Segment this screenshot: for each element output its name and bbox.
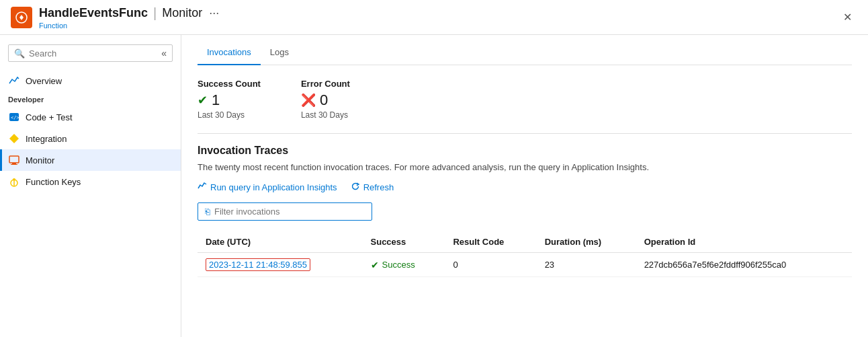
function-keys-icon	[8, 176, 20, 188]
sidebar-item-integration[interactable]: Integration	[0, 128, 181, 149]
run-query-link[interactable]: Run query in Application Insights	[198, 182, 337, 193]
code-test-icon: </>	[8, 111, 20, 123]
col-duration: Duration (ms)	[537, 231, 636, 253]
col-date: Date (UTC)	[198, 231, 363, 253]
error-count-label: Error Count	[301, 79, 350, 89]
sidebar-item-function-keys[interactable]: Function Keys	[0, 171, 181, 192]
collapse-button[interactable]: «	[161, 48, 167, 59]
success-text: Success	[382, 260, 415, 270]
sidebar-item-function-keys-label: Function Keys	[26, 177, 81, 187]
refresh-label: Refresh	[363, 182, 394, 192]
tab-logs[interactable]: Logs	[261, 40, 298, 65]
error-count-sub: Last 30 Days	[301, 110, 350, 120]
monitor-icon	[8, 154, 20, 166]
header-separator: |	[153, 5, 157, 21]
col-success: Success	[363, 231, 445, 253]
overview-icon	[8, 75, 20, 87]
col-result-code: Result Code	[445, 231, 536, 253]
refresh-link[interactable]: Refresh	[351, 182, 394, 193]
search-box[interactable]: 🔍 «	[8, 44, 173, 62]
main-content: Invocations Logs Success Count ✔ 1 Last …	[181, 35, 868, 337]
invocation-traces-desc: The twenty most recent function invocati…	[198, 162, 852, 172]
svg-marker-4	[9, 134, 19, 143]
invocation-traces-title: Invocation Traces	[198, 145, 852, 157]
app-name: HandleEventsFunc	[39, 6, 148, 20]
tabs-bar: Invocations Logs	[198, 35, 852, 65]
stats-divider	[198, 133, 852, 134]
resource-type-label: Function	[39, 22, 219, 30]
svg-rect-5	[9, 156, 19, 163]
run-query-icon	[198, 182, 207, 193]
success-count-number: 1	[212, 91, 220, 109]
cell-result-code: 0	[445, 253, 536, 277]
filter-input[interactable]	[214, 207, 365, 217]
page-title: Monitor	[162, 6, 202, 20]
sidebar: 🔍 « Overview Developer </> Code + Test I…	[0, 35, 181, 337]
stats-row: Success Count ✔ 1 Last 30 Days Error Cou…	[198, 79, 852, 120]
cell-success: ✔Success	[363, 253, 445, 277]
date-link[interactable]: 2023-12-11 21:48:59.855	[206, 258, 310, 271]
success-icon: ✔	[371, 260, 379, 270]
more-options-button[interactable]: ···	[209, 6, 219, 20]
sidebar-item-monitor-label: Monitor	[26, 155, 54, 165]
error-count-block: Error Count ❌ 0 Last 30 Days	[301, 79, 350, 120]
sidebar-item-overview-label: Overview	[26, 76, 62, 86]
svg-point-9	[13, 178, 15, 181]
sidebar-item-monitor[interactable]: Monitor	[0, 149, 181, 171]
sidebar-item-code-test-label: Code + Test	[26, 112, 73, 122]
error-count-value: ❌ 0	[301, 91, 350, 109]
success-count-block: Success Count ✔ 1 Last 30 Days	[198, 79, 261, 120]
success-count-value: ✔ 1	[198, 91, 261, 109]
action-row: Run query in Application Insights Refres…	[198, 182, 852, 193]
close-button[interactable]: ✕	[838, 8, 857, 26]
svg-rect-6	[12, 163, 16, 164]
filter-icon: ⎗	[205, 207, 210, 217]
sidebar-item-integration-label: Integration	[26, 134, 67, 144]
refresh-icon	[351, 182, 360, 193]
app-icon	[11, 7, 32, 28]
error-count-number: 0	[320, 91, 328, 109]
search-icon: 🔍	[14, 48, 25, 59]
invocations-table: Date (UTC) Success Result Code Duration …	[198, 231, 852, 277]
page-header: HandleEventsFunc | Monitor ··· Function …	[0, 0, 868, 35]
sidebar-item-code-test[interactable]: </> Code + Test	[0, 106, 181, 128]
tab-invocations[interactable]: Invocations	[198, 40, 261, 65]
sidebar-item-overview[interactable]: Overview	[0, 70, 181, 91]
run-query-label: Run query in Application Insights	[210, 182, 337, 192]
integration-icon	[8, 133, 20, 145]
table-row: 2023-12-11 21:48:59.855 ✔Success 0 23 22…	[198, 253, 852, 277]
table-header-row: Date (UTC) Success Result Code Duration …	[198, 231, 852, 253]
svg-point-1	[20, 16, 23, 19]
cell-duration: 23	[537, 253, 636, 277]
svg-text:</>: </>	[11, 115, 19, 120]
success-count-sub: Last 30 Days	[198, 110, 261, 120]
svg-rect-7	[11, 164, 17, 165]
sidebar-section-developer: Developer	[0, 91, 181, 106]
cell-operation-id: 227dcb656a7e5f6e2fddff906f255ca0	[636, 253, 852, 277]
header-left: HandleEventsFunc | Monitor ··· Function	[11, 5, 219, 30]
search-input[interactable]	[29, 48, 161, 59]
col-operation-id: Operation Id	[636, 231, 852, 253]
cell-date: 2023-12-11 21:48:59.855	[198, 253, 363, 277]
error-x-icon: ❌	[301, 93, 316, 108]
success-count-label: Success Count	[198, 79, 261, 89]
success-check-icon: ✔	[198, 93, 208, 108]
filter-box[interactable]: ⎗	[198, 202, 372, 221]
main-layout: 🔍 « Overview Developer </> Code + Test I…	[0, 35, 868, 337]
